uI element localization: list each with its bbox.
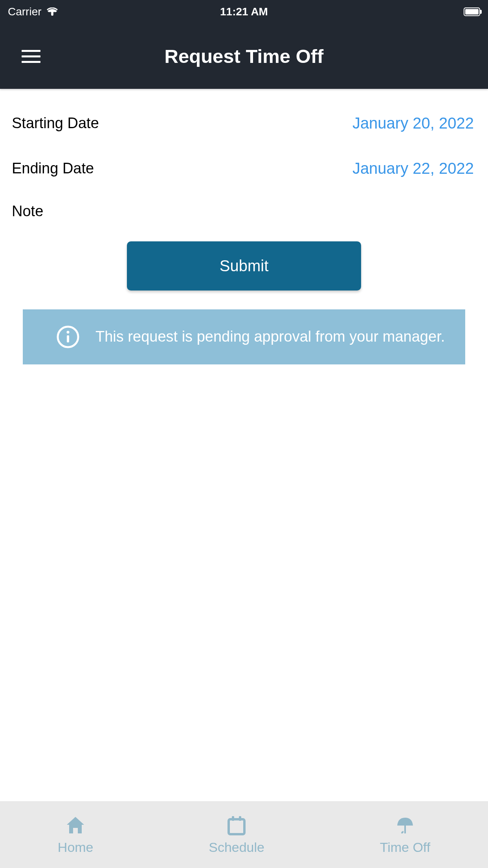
nav-item-home[interactable]: Home: [58, 815, 94, 855]
nav-label-schedule: Schedule: [209, 840, 264, 855]
starting-date-row: Starting Date January 20, 2022: [12, 101, 476, 146]
wifi-icon: [46, 7, 58, 16]
carrier-label: Carrier: [8, 6, 42, 18]
page-title: Request Time Off: [165, 45, 324, 67]
info-banner: This request is pending approval from yo…: [23, 309, 465, 364]
svg-point-0: [51, 13, 53, 16]
status-right: [464, 7, 480, 16]
nav-label-home: Home: [58, 840, 94, 855]
ending-date-value[interactable]: January 22, 2022: [352, 160, 476, 177]
svg-rect-7: [404, 826, 406, 833]
info-message: This request is pending approval from yo…: [95, 326, 445, 347]
svg-rect-4: [229, 819, 244, 834]
svg-point-2: [67, 331, 70, 334]
ending-date-label: Ending Date: [12, 160, 94, 177]
bottom-navigation: Home Schedule Time Off: [0, 801, 488, 868]
umbrella-icon: [394, 815, 416, 837]
status-time: 11:21 AM: [220, 6, 268, 18]
menu-icon[interactable]: [22, 50, 40, 63]
starting-date-label: Starting Date: [12, 115, 99, 132]
starting-date-value[interactable]: January 20, 2022: [352, 114, 476, 132]
nav-item-schedule[interactable]: Schedule: [209, 815, 264, 855]
calendar-icon: [226, 815, 248, 837]
svg-rect-6: [239, 816, 241, 821]
nav-label-timeoff: Time Off: [380, 840, 430, 855]
app-header: Request Time Off: [0, 24, 488, 89]
home-icon: [64, 815, 86, 837]
note-label: Note: [12, 203, 43, 220]
form-content: Starting Date January 20, 2022 Ending Da…: [0, 89, 488, 364]
status-left: Carrier: [8, 6, 58, 18]
svg-rect-3: [67, 335, 69, 342]
svg-rect-5: [232, 816, 234, 821]
battery-icon: [464, 7, 480, 16]
ending-date-row: Ending Date January 22, 2022: [12, 146, 476, 191]
submit-button[interactable]: Submit: [127, 241, 361, 291]
nav-item-timeoff[interactable]: Time Off: [380, 815, 430, 855]
status-bar: Carrier 11:21 AM: [0, 0, 488, 24]
note-row: Note: [12, 191, 476, 234]
info-icon: [56, 325, 80, 349]
